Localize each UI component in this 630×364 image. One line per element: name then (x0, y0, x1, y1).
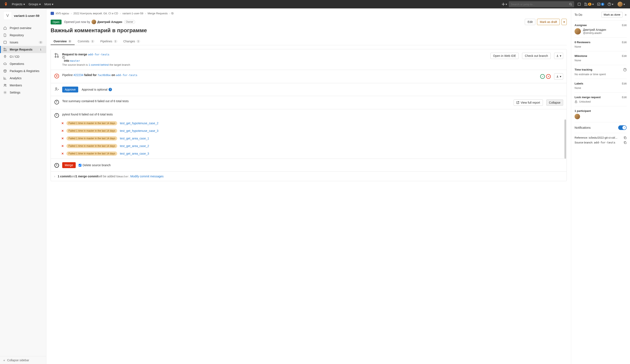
svg-point-14 (5, 84, 6, 85)
edit-labels[interactable]: Edit (622, 82, 627, 85)
tab-overview[interactable]: Overview0 (50, 37, 75, 45)
edit-reviewers[interactable]: Edit (622, 41, 627, 44)
tab-changes[interactable]: Changes1 (120, 37, 143, 45)
merge-widget: Request to merge add-for-tests into mast… (50, 49, 567, 181)
edit-milestone[interactable]: Edit (622, 54, 627, 57)
edit-assignee[interactable]: Edit (622, 23, 627, 27)
mark-as-draft-dropdown[interactable]: ▾ (562, 19, 567, 25)
gitlab-logo[interactable] (3, 2, 8, 7)
nav-packages[interactable]: Packages & Registries (0, 67, 46, 74)
nav-project-overview[interactable]: Project overview (0, 24, 46, 31)
fail-history-pill: Failed 1 time in master in the last 14 d… (66, 121, 117, 125)
tab-commits[interactable]: Commits1 (75, 37, 97, 45)
user-menu[interactable]: ▾ (617, 2, 625, 7)
target-branch-link[interactable]: master (70, 59, 80, 62)
collapse-sidebar[interactable]: «Collapse sidebar (0, 356, 46, 364)
nav-operations[interactable]: Operations (0, 60, 46, 67)
copy-source-branch-icon[interactable] (624, 141, 627, 144)
commits-behind-link[interactable]: 1 commit behind (88, 63, 108, 66)
tab-pipelines[interactable]: Pipelines1 (98, 37, 120, 45)
chevron-right-icon[interactable]: › (54, 175, 55, 178)
copy-branch-icon[interactable] (62, 56, 489, 59)
warning-icon (54, 100, 59, 104)
todo-label: To Do (574, 13, 582, 16)
pipeline-id-link[interactable]: #22234 (74, 73, 84, 77)
checkout-branch-button[interactable]: Check out branch (522, 53, 551, 59)
test-row: ✕Failed 1 time in master in the last 14 … (51, 127, 566, 135)
mark-as-done-button[interactable]: Mark as done (601, 12, 622, 17)
issues-icon[interactable] (578, 2, 581, 6)
merge-requests-icon[interactable]: 6 ▾ (584, 2, 594, 6)
svg-rect-8 (4, 41, 6, 44)
nav-repository[interactable]: Repository (0, 31, 46, 39)
test-row: ✕Failed 1 time in master in the last 14 … (51, 135, 566, 142)
source-branch-link[interactable]: add-for-tests (88, 53, 110, 56)
collapse-tests-button[interactable]: Collapse (546, 99, 563, 106)
approve-button[interactable]: Approve (62, 87, 78, 92)
test-link[interactable]: test_get_area_case_2 (120, 144, 149, 148)
help-icon[interactable]: ? (108, 88, 112, 91)
pipeline-branch-link[interactable]: add-for-tests (116, 73, 138, 77)
breadcrumb-course[interactable]: 2022 Контроль версий. Git. CI и CD (73, 12, 118, 15)
edit-button[interactable]: Edit (525, 19, 535, 25)
unlock-icon (574, 100, 578, 103)
delete-source-branch-checkbox[interactable]: Delete source branch (79, 163, 111, 167)
test-link[interactable]: test_get_area_case_1 (120, 137, 149, 140)
author-avatar[interactable] (92, 19, 96, 24)
breadcrumb-section[interactable]: Merge Requests (148, 12, 168, 15)
plus-icon[interactable]: ▾ (502, 2, 507, 6)
nav-analytics[interactable]: Analytics (0, 74, 46, 82)
expand-sidebar-icon[interactable]: » (625, 13, 627, 17)
svg-point-0 (570, 3, 572, 5)
merge-section: Merge Delete source branch (51, 159, 566, 171)
fail-icon: ✕ (61, 129, 64, 132)
breadcrumb-group[interactable]: ИУ5 курсы (56, 12, 69, 15)
author-name[interactable]: Дмитрий Аладин (98, 20, 122, 23)
svg-rect-25 (575, 101, 577, 103)
search-box[interactable] (509, 1, 574, 7)
breadcrumb-project[interactable]: variant-1-user-59 (122, 12, 143, 15)
artifacts-download-button[interactable]: ▾ (554, 73, 563, 80)
svg-point-9 (4, 48, 5, 49)
mr-header: Open Opened just now by Дмитрий Аладин O… (50, 19, 567, 25)
approvals-icon[interactable] (54, 87, 59, 91)
chevron-down-icon: ▾ (612, 2, 613, 6)
nav-issues[interactable]: Issues0 (0, 39, 46, 46)
todos-icon[interactable]: 1 (597, 2, 604, 6)
project-header[interactable]: V variant-1-user-59 (0, 8, 46, 23)
stage-pass-icon[interactable]: ✓ (540, 74, 545, 79)
scrollbar[interactable] (564, 119, 566, 159)
svg-rect-2 (578, 3, 580, 5)
nav-cicd[interactable]: CI / CD (0, 53, 46, 60)
help-icon[interactable]: ▾ (608, 2, 613, 6)
pipeline-sha-link[interactable]: 7ac0b9be (98, 73, 111, 77)
mark-as-draft-button[interactable]: Mark as draft (537, 19, 560, 25)
nav-more[interactable]: More▾ (44, 2, 54, 6)
copy-reference-icon[interactable] (624, 136, 627, 139)
search-input[interactable] (511, 3, 569, 6)
modify-commit-messages-link[interactable]: Modify commit messages (130, 175, 164, 178)
nav-members[interactable]: Members (0, 82, 46, 89)
nav-settings[interactable]: Settings (0, 89, 46, 96)
assignee-info[interactable]: Дмитрий Аладин @dmitriy.aladin (574, 28, 627, 34)
participant-avatar[interactable] (574, 114, 580, 119)
nav-merge-requests[interactable]: Merge Requests1 (0, 46, 46, 53)
svg-rect-26 (624, 137, 626, 139)
chevron-down-icon: ▾ (592, 2, 594, 6)
svg-rect-19 (63, 57, 65, 58)
svg-point-20 (56, 88, 57, 89)
merge-button[interactable]: Merge (62, 162, 76, 168)
test-link[interactable]: test_get_hypotenuse_case_3 (120, 129, 158, 132)
nav-projects[interactable]: Projects▾ (12, 2, 25, 6)
edit-lock[interactable]: Edit (622, 96, 627, 99)
notifications-toggle[interactable] (618, 125, 627, 130)
stage-fail-icon[interactable]: ✕ (546, 74, 551, 79)
open-web-ide-button[interactable]: Open in Web IDE (490, 53, 519, 59)
time-tracking-help-icon[interactable] (623, 68, 627, 71)
nav-groups[interactable]: Groups▾ (29, 2, 41, 6)
svg-point-16 (55, 53, 56, 54)
download-button[interactable]: ▾ (554, 53, 563, 59)
test-link[interactable]: test_get_hypotenuse_case_2 (120, 122, 158, 125)
test-link[interactable]: test_get_area_case_3 (120, 152, 149, 155)
view-full-report-button[interactable]: View full report (514, 99, 543, 106)
